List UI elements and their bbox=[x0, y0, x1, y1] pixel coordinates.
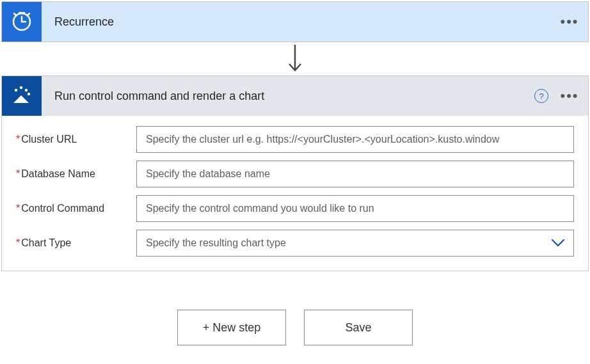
control-command-input[interactable] bbox=[136, 195, 574, 222]
database-name-input[interactable] bbox=[136, 161, 574, 187]
required-star: * bbox=[16, 237, 20, 249]
kusto-icon bbox=[10, 84, 34, 108]
required-star: * bbox=[16, 168, 20, 180]
action-title: Run control command and render a chart bbox=[42, 90, 534, 103]
chart-type-label: * Chart Type bbox=[16, 237, 136, 249]
database-name-label: * Database Name bbox=[16, 168, 136, 180]
chart-type-row: * Chart Type Specify the resulting chart… bbox=[16, 230, 574, 257]
svg-point-11 bbox=[28, 93, 30, 95]
required-star: * bbox=[16, 134, 20, 145]
new-step-button[interactable]: + New step bbox=[177, 310, 286, 345]
arrow-down-icon bbox=[285, 44, 305, 74]
action-step: Run control command and render a chart ?… bbox=[1, 75, 589, 271]
action-icon-tile bbox=[2, 76, 42, 116]
svg-line-4 bbox=[14, 13, 16, 15]
help-icon[interactable]: ? bbox=[534, 89, 548, 103]
action-actions: ? ••• bbox=[534, 89, 579, 103]
control-command-label-text: Control Command bbox=[21, 203, 104, 214]
action-body: * Cluster URL * Database Name * Control … bbox=[2, 116, 588, 271]
cluster-url-label: * Cluster URL bbox=[16, 134, 136, 145]
recurrence-actions: ••• bbox=[560, 15, 579, 29]
more-icon[interactable]: ••• bbox=[560, 15, 579, 29]
more-icon[interactable]: ••• bbox=[560, 89, 579, 103]
svg-point-9 bbox=[20, 86, 22, 89]
save-button[interactable]: Save bbox=[304, 310, 413, 345]
chart-type-select-wrap: Specify the resulting chart type bbox=[136, 230, 574, 257]
database-name-row: * Database Name bbox=[16, 161, 574, 187]
required-star: * bbox=[16, 203, 20, 214]
recurrence-title: Recurrence bbox=[42, 15, 560, 29]
cluster-url-row: * Cluster URL bbox=[16, 126, 574, 153]
recurrence-step: Recurrence ••• bbox=[1, 1, 589, 42]
svg-marker-7 bbox=[13, 95, 29, 103]
connector-arrow bbox=[1, 42, 589, 75]
database-name-label-text: Database Name bbox=[21, 168, 95, 180]
control-command-label: * Control Command bbox=[16, 203, 136, 214]
svg-point-8 bbox=[15, 89, 17, 91]
recurrence-header[interactable]: Recurrence ••• bbox=[2, 2, 588, 42]
chart-type-label-text: Chart Type bbox=[21, 237, 71, 249]
cluster-url-input[interactable] bbox=[136, 126, 574, 153]
cluster-url-label-text: Cluster URL bbox=[21, 134, 77, 145]
button-row: + New step Save bbox=[1, 310, 589, 345]
control-command-row: * Control Command bbox=[16, 195, 574, 222]
action-header[interactable]: Run control command and render a chart ?… bbox=[2, 76, 588, 116]
svg-line-5 bbox=[28, 13, 29, 15]
clock-icon bbox=[10, 10, 33, 33]
recurrence-icon-tile bbox=[2, 2, 42, 42]
chart-type-select[interactable]: Specify the resulting chart type bbox=[136, 230, 574, 257]
svg-point-10 bbox=[25, 89, 28, 91]
